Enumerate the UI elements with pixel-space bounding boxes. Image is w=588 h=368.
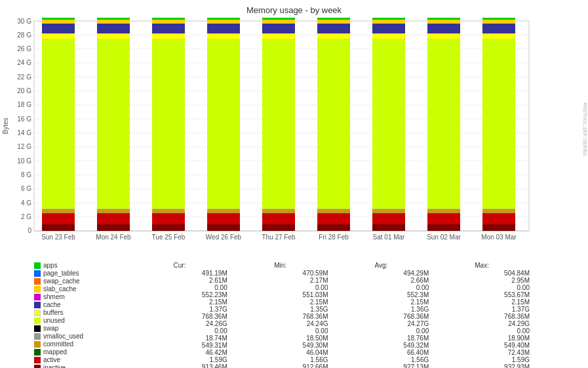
svg-rect-132 xyxy=(427,24,460,33)
inactive-label: inactive xyxy=(43,364,96,368)
vmalloc-color xyxy=(34,333,41,340)
committed-color xyxy=(34,341,41,348)
svg-rect-39 xyxy=(42,39,75,209)
bar-sun23 xyxy=(42,18,75,231)
svg-rect-113 xyxy=(372,213,405,224)
legend-inactive: inactive xyxy=(34,364,129,368)
cur-vmalloc: 18.74M xyxy=(132,335,227,342)
page-tables-label: page_tables xyxy=(43,270,96,277)
svg-rect-36 xyxy=(42,213,75,214)
svg-text:Mon 03 Mar: Mon 03 Mar xyxy=(481,234,517,241)
buffers-color xyxy=(34,310,41,316)
mapped-color xyxy=(34,349,41,356)
svg-rect-43 xyxy=(42,20,75,24)
stats-area: Cur: 491.19M 2.61M 0.00 552.23M 2.15M 1.… xyxy=(129,262,532,368)
svg-text:12 G: 12 G xyxy=(17,143,31,150)
buffers-label: buffers xyxy=(43,309,96,316)
svg-rect-145 xyxy=(482,24,515,33)
svg-text:30 G: 30 G xyxy=(17,18,31,25)
svg-rect-76 xyxy=(207,209,240,213)
svg-rect-134 xyxy=(427,20,460,24)
unused-label: unused xyxy=(43,317,96,324)
svg-rect-59 xyxy=(97,18,130,20)
svg-rect-121 xyxy=(372,20,405,24)
svg-text:Sun 02 Mar: Sun 02 Mar xyxy=(427,234,461,241)
bar-mon24 xyxy=(97,18,130,231)
active-label: active xyxy=(43,356,96,363)
svg-rect-49 xyxy=(97,213,130,214)
bar-wed26 xyxy=(207,18,240,231)
cur-mapped: 46.42M xyxy=(132,349,227,356)
svg-rect-69 xyxy=(152,20,185,24)
svg-rect-128 xyxy=(427,209,460,213)
cache-color xyxy=(34,302,41,308)
svg-rect-79 xyxy=(207,33,240,39)
legend-active: active xyxy=(34,356,129,363)
svg-text:22 G: 22 G xyxy=(17,73,31,81)
cur-slab-cache: 552.23M xyxy=(132,291,227,298)
svg-rect-119 xyxy=(372,24,405,33)
svg-rect-130 xyxy=(427,39,460,209)
svg-rect-54 xyxy=(97,24,130,33)
svg-text:16 G: 16 G xyxy=(17,115,31,123)
legend-unused: unused xyxy=(34,317,129,324)
cur-active: 1.59G xyxy=(132,356,227,363)
svg-rect-117 xyxy=(372,39,405,209)
svg-rect-102 xyxy=(317,209,350,213)
legend-cache: cache xyxy=(34,301,129,308)
svg-rect-62 xyxy=(152,213,185,214)
cur-cache: 1.37G xyxy=(132,306,227,313)
svg-rect-111 xyxy=(317,18,350,20)
inactive-color xyxy=(34,365,41,369)
cur-committed: 549.31M xyxy=(132,342,227,349)
cur-shmem: 2.15M xyxy=(132,298,227,306)
committed-label: committed xyxy=(43,340,96,348)
svg-text:14 G: 14 G xyxy=(17,129,31,136)
svg-rect-106 xyxy=(317,24,350,33)
svg-rect-114 xyxy=(372,213,405,214)
svg-text:18 G: 18 G xyxy=(17,101,31,108)
chart-svg: 0 2 G 4 G 6 G 8 G 10 G 12 G 14 G 16 G 18… xyxy=(0,18,588,260)
svg-rect-66 xyxy=(152,33,185,39)
shmem-color xyxy=(34,294,41,300)
cur-page-tables: 2.61M xyxy=(132,277,227,284)
svg-rect-140 xyxy=(482,213,515,214)
bar-thu27 xyxy=(262,18,295,231)
avg-stats: Avg: 494.29M 2.66M 0.00 552.3M 2.15M 1.3… xyxy=(331,262,432,368)
svg-text:Sun 23 Feb: Sun 23 Feb xyxy=(41,234,75,241)
svg-rect-144 xyxy=(482,33,515,39)
swap-cache-color xyxy=(34,278,41,285)
svg-text:Bytes: Bytes xyxy=(2,117,9,134)
svg-rect-65 xyxy=(152,39,185,209)
avg-header: Avg: xyxy=(334,262,429,269)
svg-text:24 G: 24 G xyxy=(17,59,31,66)
bar-tue25 xyxy=(152,18,185,231)
slab-cache-label: slab_cache xyxy=(43,285,96,293)
legend-apps: apps xyxy=(34,262,129,269)
svg-rect-67 xyxy=(152,24,185,33)
max-stats: Max: 504.84M 2.95M 0.00 553.67M 2.15M 1.… xyxy=(431,262,532,368)
svg-rect-100 xyxy=(317,213,350,224)
cur-swap: 0.00 xyxy=(132,327,227,335)
cur-swap-cache: 0.00 xyxy=(132,284,227,291)
cur-stats: Cur: 491.19M 2.61M 0.00 552.23M 2.15M 1.… xyxy=(129,262,230,368)
svg-rect-89 xyxy=(262,209,295,213)
svg-text:20 G: 20 G xyxy=(17,87,31,94)
legend-swap-cache: swap_cache xyxy=(34,277,129,285)
legend-stats-area: apps page_tables swap_cache slab_cache s… xyxy=(34,262,532,368)
cache-label: cache xyxy=(43,301,96,308)
svg-rect-92 xyxy=(262,33,295,39)
svg-rect-147 xyxy=(482,20,515,24)
svg-rect-126 xyxy=(427,213,460,224)
svg-text:RRDTOOL::DEF::SERIES: RRDTOOL::DEF::SERIES xyxy=(583,102,587,156)
svg-rect-150 xyxy=(482,18,515,20)
svg-rect-101 xyxy=(317,213,350,214)
svg-rect-99 xyxy=(317,224,350,231)
cur-inactive: 913.46M xyxy=(132,363,227,368)
svg-rect-63 xyxy=(152,209,185,213)
unused-color xyxy=(34,317,41,324)
svg-rect-52 xyxy=(97,39,130,209)
swap-color xyxy=(34,325,41,332)
mapped-label: mapped xyxy=(43,348,96,356)
vmalloc-label: vmalloc_used xyxy=(43,333,96,340)
